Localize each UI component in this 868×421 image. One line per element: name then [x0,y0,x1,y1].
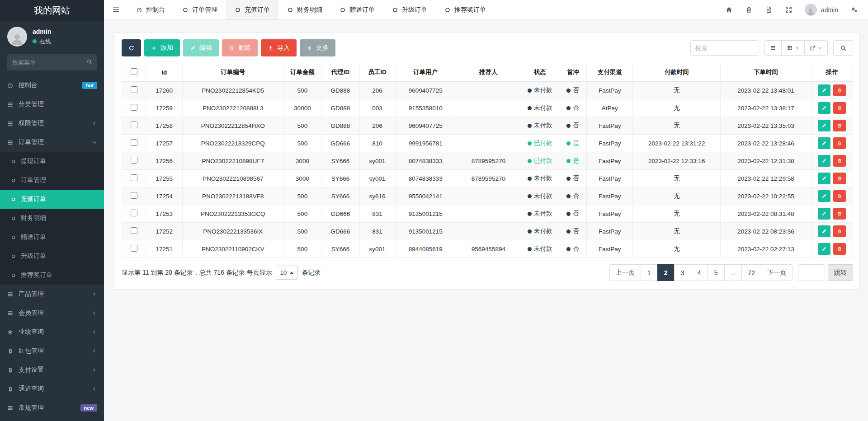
export-button[interactable] [804,40,828,56]
search-icon[interactable] [86,59,93,65]
row-delete-button[interactable] [833,137,846,149]
sidebar-item[interactable]: 分类管理 [0,95,104,114]
page-button-2[interactable]: 2 [657,264,675,281]
page-ellipsis[interactable]: ... [724,264,742,281]
sidebar-subitem[interactable]: 赠送订单 [0,228,104,247]
page-size-select[interactable]: 10 [276,266,298,280]
refresh-button[interactable] [122,39,141,56]
sidebar-item[interactable]: 支付设置 [0,360,104,379]
select-all-checkbox[interactable] [131,68,137,75]
row-delete-button[interactable] [833,84,846,96]
row-edit-button[interactable] [818,155,830,167]
row-delete-button[interactable] [833,243,846,255]
page-button-1[interactable]: 1 [641,264,658,281]
home-icon[interactable] [725,6,733,14]
nav-tab-6[interactable]: 升级订单 [383,0,436,19]
row-delete-button[interactable] [833,102,846,114]
page-button-5[interactable]: 5 [708,264,725,281]
sidebar-item[interactable]: 会员管理 [0,304,104,323]
row-edit-button[interactable] [818,225,830,237]
row-checkbox[interactable] [131,192,137,199]
nav-tab-4[interactable]: 财务明细 [278,0,331,19]
sidebar-subitem[interactable]: 推荐奖订单 [0,266,104,285]
sidebar-item[interactable]: 红包管理 [0,341,104,360]
document-search-icon[interactable] [765,6,773,14]
edit-button[interactable]: 编辑 [183,39,219,56]
page-button-4[interactable]: 4 [691,264,708,281]
sidebar-item[interactable]: 权限管理 [0,114,104,133]
sidebar-subitem[interactable]: 财务明细 [0,209,104,228]
row-checkbox[interactable] [131,227,137,234]
fullscreen-icon[interactable] [785,6,793,14]
add-button[interactable]: 添加 [144,39,180,56]
table-row: 17257PNO23022213329CPQ500GD6668109991956… [122,135,853,152]
row-checkbox[interactable] [131,245,137,252]
page-button-72[interactable]: 72 [741,264,761,281]
sidebar-item[interactable]: 订单管理 [0,133,104,152]
row-edit-button[interactable] [818,173,830,184]
sidebar-subitem[interactable]: 充值订单 [0,190,104,209]
prev-page-button[interactable]: 上一页 [609,264,641,281]
sidebar-search-input[interactable] [7,54,97,70]
sidebar-subitem[interactable]: 订单管理 [0,171,104,190]
cell-status: 已付款 [521,152,559,170]
page-button-3[interactable]: 3 [674,264,691,281]
row-edit-button[interactable] [818,137,830,149]
toggle-view-button[interactable] [764,40,782,56]
cell-id: 17251 [146,240,183,258]
row-checkbox[interactable] [131,104,137,111]
row-edit-button[interactable] [818,120,830,131]
row-delete-button[interactable] [833,225,846,237]
columns-button[interactable] [781,40,805,56]
page-size-value: 10 [280,269,287,276]
sidebar-toggle-button[interactable] [104,0,127,19]
row-checkbox[interactable] [131,174,137,181]
row-checkbox[interactable] [131,157,137,164]
nav-tab-5[interactable]: 赠送订单 [331,0,383,19]
nav-tab-3[interactable]: 充值订单 [226,0,278,19]
row-delete-button[interactable] [833,208,846,220]
row-delete-button[interactable] [833,120,846,131]
sidebar-item[interactable]: 产品管理 [0,285,104,304]
cogs-icon[interactable] [850,6,858,14]
sidebar-item[interactable]: 控制台hot [0,76,104,95]
row-edit-button[interactable] [818,102,830,114]
page-jump-input[interactable] [798,264,825,281]
more-button[interactable]: 更多 [300,39,335,56]
row-checkbox-cell [122,117,146,135]
row-delete-button[interactable] [833,173,846,184]
table-search-input[interactable] [690,40,759,56]
nav-tab-1[interactable]: 控制台 [127,0,174,19]
cell-order-user: 9991956781 [395,135,456,152]
nav-tab-2[interactable]: 订单管理 [174,0,226,19]
row-delete-button[interactable] [833,190,846,202]
search-button[interactable] [833,40,853,56]
cell-first-charge: 否 [559,99,586,117]
sidebar-item-label: 业绩查询 [19,328,44,336]
trash-icon[interactable] [745,6,753,14]
row-checkbox[interactable] [131,139,137,146]
row-checkbox[interactable] [131,210,137,216]
sidebar-item[interactable]: 常规管理new [0,398,104,417]
row-delete-button[interactable] [833,155,846,167]
sidebar-item[interactable]: 业绩查询 [0,323,104,341]
row-edit-button[interactable] [818,84,830,96]
import-button[interactable]: 导入 [261,39,297,56]
delete-button[interactable]: 删除 [222,39,258,56]
pencil-icon [821,105,827,111]
user-menu[interactable]: admin [805,4,838,16]
sidebar-item[interactable]: 通道查询 [0,379,104,398]
row-checkbox[interactable] [131,86,137,93]
page-jump-button[interactable]: 跳转 [828,264,853,281]
app-title[interactable]: 我的网站 [0,0,104,21]
pencil-icon [821,88,827,93]
sidebar-subitem[interactable]: 升级订单 [0,247,104,266]
row-edit-button[interactable] [818,208,830,220]
sidebar-subitem[interactable]: 提现订单 [0,152,104,171]
nav-tab-7[interactable]: 推荐奖订单 [436,0,495,19]
next-page-button[interactable]: 下一页 [761,264,793,281]
row-edit-button[interactable] [818,190,830,202]
row-checkbox[interactable] [131,122,137,128]
status-badge: 未付款 [528,192,552,199]
row-edit-button[interactable] [818,243,830,255]
